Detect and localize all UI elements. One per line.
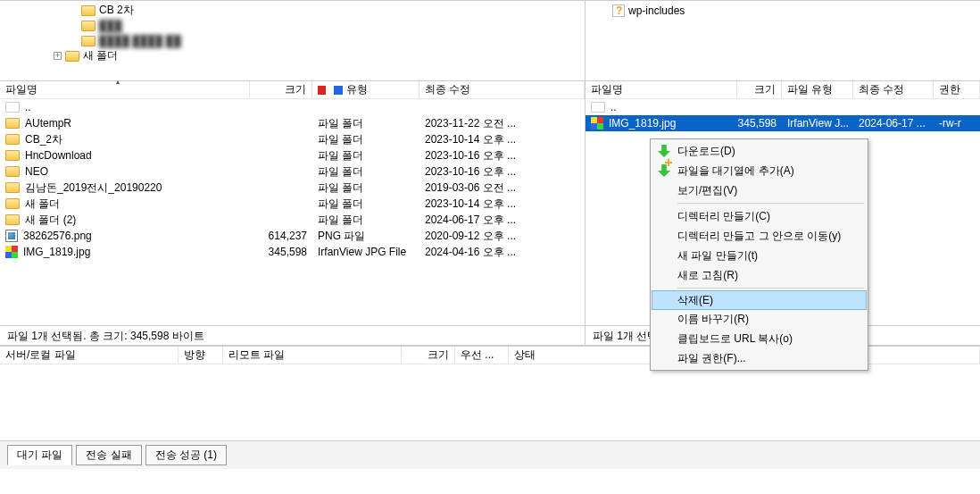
- col-size[interactable]: 크기: [250, 81, 312, 98]
- context-menu: 다운로드(D) 파일을 대기열에 추가(A) 보기/편집(V) 디렉터리 만들기…: [650, 138, 868, 371]
- folder-icon: [81, 36, 96, 46]
- col-name[interactable]: 파일명: [586, 81, 737, 98]
- folder-icon: [5, 150, 20, 161]
- folder-icon: [5, 166, 20, 177]
- file-type: 파일 폴더: [312, 213, 419, 228]
- local-status: 파일 1개 선택됨. 총 크기: 345,598 바이트: [0, 325, 585, 345]
- file-name: 새 폴더 (2): [25, 213, 76, 228]
- remote-folder-tree[interactable]: wp-includes: [586, 1, 980, 81]
- file-name: IMG_1819.jpg: [609, 117, 676, 130]
- file-name: AUtempR: [25, 117, 71, 130]
- ctx-mkfile[interactable]: 새 파일 만들기(t): [652, 246, 866, 265]
- folder-icon: [5, 134, 20, 145]
- file-row[interactable]: ..: [0, 99, 585, 115]
- ctx-copy-url[interactable]: 클립보드로 URL 복사(o): [652, 329, 866, 348]
- file-name: ..: [25, 101, 31, 113]
- flag-icon: [318, 86, 343, 95]
- file-row[interactable]: 새 폴더파일 폴더2023-10-14 오후 ...: [0, 196, 585, 212]
- col-perm[interactable]: 권한: [934, 81, 980, 98]
- separator: [677, 288, 864, 289]
- th-prio[interactable]: 우선 ...: [455, 347, 509, 364]
- png-icon: [5, 230, 18, 242]
- file-type: 파일 폴더: [312, 180, 419, 196]
- file-row[interactable]: AUtempR파일 폴더2023-11-22 오전 ...: [0, 115, 585, 131]
- col-mod[interactable]: 최종 수정: [419, 81, 585, 98]
- tab-ok[interactable]: 전송 성공 (1): [145, 445, 227, 465]
- col-name[interactable]: 파일명▴: [0, 81, 250, 98]
- tab-queue[interactable]: 대기 파일: [7, 445, 72, 465]
- ctx-download[interactable]: 다운로드(D): [652, 141, 866, 161]
- ctx-mkdir[interactable]: 디렉터리 만들기(C): [652, 206, 866, 226]
- file-perm: -rw-r: [934, 117, 980, 130]
- download-icon: [658, 145, 670, 157]
- file-size: 614,237: [250, 230, 312, 242]
- local-header: 파일명▴ 크기 유형 최종 수정: [0, 81, 585, 99]
- file-name: NEO: [25, 165, 48, 178]
- file-mod: 2024-06-17 오후 ...: [419, 213, 585, 228]
- file-mod: 2024-06-17 ...: [853, 117, 934, 130]
- transfer-tabs: 대기 파일 전송 실패 전송 성공 (1): [0, 440, 980, 469]
- tree-label[interactable]: CB 2차: [99, 3, 134, 18]
- file-mod: 2023-10-16 오후 ...: [419, 148, 585, 163]
- tree-label[interactable]: ████ ████ ██: [99, 35, 181, 47]
- local-pane: CB 2차 ███ ████ ████ ██ +새 폴더 파일명▴ 크기 유형 …: [0, 1, 586, 345]
- file-type: IrfanView JPG File: [312, 246, 419, 258]
- folder-icon: [81, 5, 96, 16]
- expand-icon[interactable]: +: [54, 52, 62, 60]
- ctx-view-edit[interactable]: 보기/편집(V): [652, 180, 866, 200]
- folder-icon: [5, 118, 20, 129]
- sort-asc-icon: ▴: [116, 81, 120, 86]
- col-type[interactable]: 유형: [312, 81, 419, 98]
- jpg-icon: [5, 246, 18, 258]
- file-row[interactable]: 새 폴더 (2)파일 폴더2024-06-17 오후 ...: [0, 212, 585, 228]
- col-type[interactable]: 파일 유형: [782, 81, 853, 98]
- file-row[interactable]: HncDownload파일 폴더2023-10-16 오후 ...: [0, 147, 585, 163]
- file-type: 파일 폴더: [312, 197, 419, 212]
- tab-fail[interactable]: 전송 실패: [76, 445, 141, 465]
- ctx-rename[interactable]: 이름 바꾸기(R): [652, 309, 866, 329]
- file-row[interactable]: 김남돈_2019전시_20190220파일 폴더2019-03-06 오전 ..…: [0, 180, 585, 196]
- ctx-permissions[interactable]: 파일 권한(F)...: [652, 348, 866, 368]
- tree-label[interactable]: wp-includes: [628, 4, 685, 17]
- file-row[interactable]: CB_2차파일 폴더2023-10-14 오후 ...: [0, 131, 585, 147]
- add-queue-icon: [658, 164, 670, 177]
- file-type: 파일 폴더: [312, 148, 419, 163]
- file-type: PNG 파일: [312, 229, 419, 244]
- question-icon: [612, 4, 625, 17]
- file-row[interactable]: IMG_1819.jpg345,598IrfanView JPG File202…: [0, 244, 585, 260]
- tree-label[interactable]: ███: [99, 20, 122, 32]
- separator: [677, 203, 864, 204]
- file-row[interactable]: 38262576.png614,237PNG 파일2020-09-12 오후 .…: [0, 228, 585, 244]
- th-size[interactable]: 크기: [402, 347, 455, 364]
- file-size: 345,598: [250, 246, 312, 258]
- th-dir[interactable]: 방향: [179, 347, 223, 364]
- file-name: CB_2차: [25, 132, 62, 147]
- ctx-mkdir-cd[interactable]: 디렉터리 만들고 그 안으로 이동(y): [652, 226, 866, 246]
- ctx-add-queue[interactable]: 파일을 대기열에 추가(A): [652, 161, 866, 180]
- file-mod: 2023-11-22 오전 ...: [419, 116, 585, 131]
- ctx-delete[interactable]: 삭제(E): [652, 290, 867, 310]
- local-file-list[interactable]: ..AUtempR파일 폴더2023-11-22 오전 ...CB_2차파일 폴…: [0, 99, 585, 325]
- file-name: 38262576.png: [23, 230, 92, 242]
- local-folder-tree[interactable]: CB 2차 ███ ████ ████ ██ +새 폴더: [0, 1, 585, 81]
- col-mod[interactable]: 최종 수정: [853, 81, 934, 98]
- jpg-icon: [591, 117, 603, 130]
- file-mod: 2019-03-06 오전 ...: [419, 180, 585, 196]
- file-row[interactable]: ..: [586, 99, 980, 115]
- folder-icon: [65, 51, 79, 62]
- ctx-refresh[interactable]: 새로 고침(R): [652, 265, 866, 285]
- file-row[interactable]: IMG_1819.jpg345,598IrfanView J...2024-06…: [586, 115, 980, 131]
- file-mod: 2024-04-16 오후 ...: [419, 245, 585, 260]
- folder-icon: [5, 214, 20, 225]
- th-server[interactable]: 서버/로컬 파일: [0, 347, 179, 364]
- up-icon: [591, 102, 605, 113]
- th-remote[interactable]: 리모트 파일: [223, 347, 402, 364]
- col-size[interactable]: 크기: [737, 81, 782, 98]
- up-icon: [5, 102, 20, 113]
- transfer-list[interactable]: [0, 364, 980, 440]
- file-name: 새 폴더: [25, 197, 60, 212]
- tree-label[interactable]: 새 폴더: [83, 48, 118, 63]
- file-mod: 2023-10-14 오후 ...: [419, 197, 585, 212]
- file-row[interactable]: NEO파일 폴더2023-10-16 오후 ...: [0, 163, 585, 180]
- file-type: 파일 폴더: [312, 164, 419, 180]
